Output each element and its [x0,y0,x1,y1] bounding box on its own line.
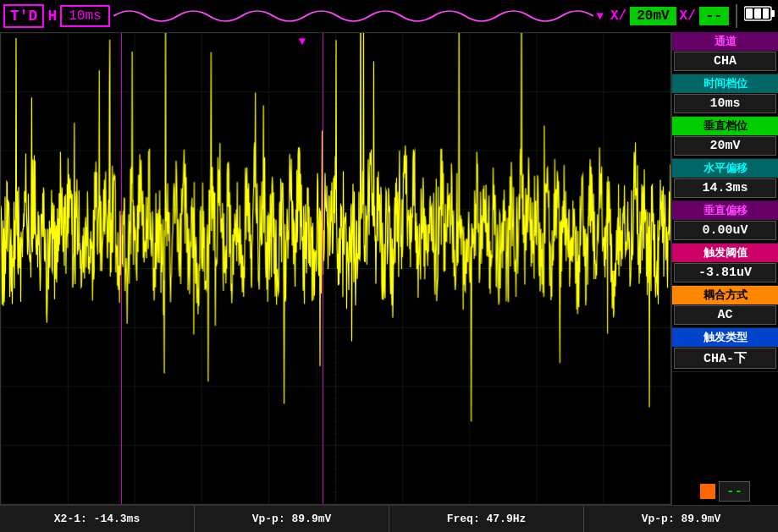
dash-display: -- [699,7,729,25]
h-label: H [47,8,57,25]
timebase-label: 时间档位 [672,74,778,93]
svg-rect-1 [771,10,775,17]
td-label: T'D [3,4,44,28]
trigtype-label: 触发类型 [672,328,778,347]
dash-indicator: -- [719,481,750,502]
vscale-value: 20mV [674,136,776,156]
main-content: ▼ 通道 CHA 时间档位 10ms 垂直档位 20mV 水平偏移 14.3ms… [0,32,778,505]
voffset-section[interactable]: 垂直偏移 0.00uV [672,201,778,244]
svg-rect-4 [763,8,769,19]
sidebar-bottom: -- [672,478,778,505]
coupling-section[interactable]: 耦合方式 AC [672,286,778,328]
bottom-item-2: Vp-p: 89.9mV [195,506,389,532]
timebase-value: 10ms [674,94,776,113]
battery-icon [744,4,775,28]
bottom-item-1: X2-1: -14.3ms [0,506,195,532]
trigtype-value: CHA-下 [674,348,776,369]
bottom-item-3: Freq: 47.9Hz [389,506,584,532]
cursor-v2 [323,33,323,504]
xi1-label: X/ [610,8,626,24]
bottom-val-1: X2-1: -14.3ms [54,513,140,525]
trigger-marker: ▼ [299,35,306,48]
coupling-label: 耦合方式 [672,286,778,304]
trigger-label: 触发阈值 [672,244,778,262]
svg-rect-2 [746,8,753,19]
channel-section[interactable]: 通道 CHA [672,32,778,74]
trigger-section[interactable]: 触发阈值 -3.81uV [672,244,778,286]
dash-section: X/ -- [680,7,729,25]
sidebar: 通道 CHA 时间档位 10ms 垂直档位 20mV 水平偏移 14.3ms 垂… [671,32,778,505]
timebase-display[interactable]: 10ms [60,5,109,27]
hoffset-section[interactable]: 水平偏移 14.3ms [672,159,778,201]
hoffset-value: 14.3ms [674,178,776,198]
xi2-label: X/ [680,8,696,24]
top-toolbar: T'D H 10ms ▼ X/ 20mV X/ -- [0,0,778,32]
bottom-val-2: Vp-p: 89.9mV [252,513,332,525]
svg-rect-3 [754,8,761,19]
orange-indicator [700,484,715,499]
trigger-top-marker: ▼ [597,9,604,23]
channel-value: CHA [674,52,776,71]
vscale-section[interactable]: 垂直档位 20mV [672,117,778,159]
volt-display[interactable]: 20mV [630,7,676,25]
hoffset-label: 水平偏移 [672,159,778,178]
vscale-label: 垂直档位 [672,117,778,135]
bottom-val-4: Vp-p: 89.9mV [642,513,721,525]
scope-screen: ▼ [0,32,671,505]
channel-label: 通道 [672,32,778,51]
volt-section: X/ 20mV [610,7,676,25]
voffset-value: 0.00uV [674,221,776,240]
waveform-canvas [1,33,670,504]
voffset-label: 垂直偏移 [672,201,778,220]
bottom-item-4: Vp-p: 89.9mV [584,506,778,532]
divider [736,4,737,28]
waveform-preview [113,4,593,28]
timebase-section[interactable]: 时间档位 10ms [672,74,778,117]
coupling-value: AC [674,305,776,325]
bottom-val-3: Freq: 47.9Hz [447,513,527,525]
trigger-value: -3.81uV [674,263,776,282]
bottom-bar: X2-1: -14.3ms Vp-p: 89.9mV Freq: 47.9Hz … [0,505,778,532]
cursor-v1 [121,33,122,504]
trigtype-section[interactable]: 触发类型 CHA-下 [672,328,778,372]
